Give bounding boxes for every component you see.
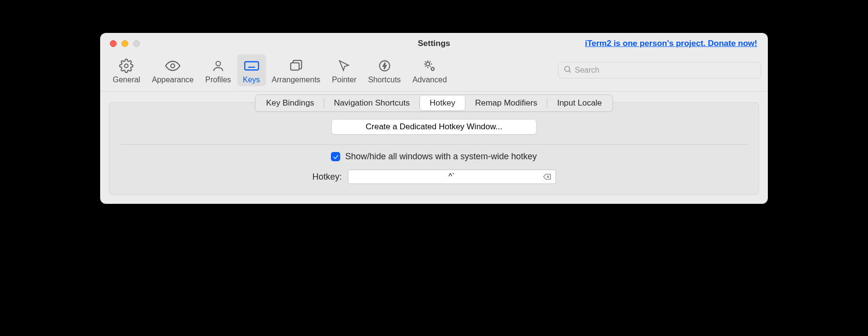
toolbar-item-appearance[interactable]: Appearance: [146, 54, 199, 86]
toolbar-label: Pointer: [332, 76, 357, 84]
search-input[interactable]: [575, 66, 756, 75]
toolbar-item-arrangements[interactable]: Arrangements: [266, 54, 327, 86]
hotkey-field[interactable]: ^`: [348, 169, 556, 184]
subtab-navigation-shortcuts[interactable]: Navigation Shortcuts: [324, 96, 419, 110]
svg-rect-3: [244, 62, 258, 70]
svg-point-0: [125, 64, 129, 68]
toolbar-label: Shortcuts: [368, 76, 401, 84]
window-title: Settings: [418, 39, 450, 48]
svg-point-11: [379, 61, 389, 71]
toolbar-label: Profiles: [205, 76, 231, 84]
svg-point-14: [565, 66, 570, 72]
hotkey-field-label: Hotkey:: [312, 172, 342, 182]
toolbar-label: Advanced: [412, 76, 447, 84]
toolbar-item-profiles[interactable]: Profiles: [199, 54, 237, 86]
clear-hotkey-icon[interactable]: [542, 172, 553, 181]
toolbar-label: Appearance: [152, 76, 194, 84]
search-icon: [563, 65, 572, 76]
svg-point-13: [431, 67, 434, 70]
search-box[interactable]: [558, 62, 761, 78]
traffic-lights: [110, 40, 140, 47]
subtab-segmented-control: Key Bindings Navigation Shortcuts Hotkey…: [255, 94, 613, 112]
person-icon: [210, 57, 227, 75]
windows-icon: [287, 57, 305, 75]
toolbar-item-pointer[interactable]: Pointer: [326, 54, 362, 86]
toolbar-item-general[interactable]: General: [107, 54, 146, 86]
svg-line-15: [569, 71, 570, 72]
svg-rect-10: [291, 63, 299, 70]
gear-icon: [118, 57, 135, 75]
svg-point-1: [171, 64, 175, 68]
svg-point-2: [216, 61, 220, 66]
toolbar-item-keys[interactable]: Keys: [237, 54, 266, 86]
toolbar-items: General Appearance Profiles Keys: [107, 54, 453, 86]
eye-icon: [164, 57, 181, 75]
zoom-window-button[interactable]: [133, 40, 140, 47]
titlebar: Settings iTerm2 is one person's project.…: [100, 33, 768, 54]
gears-icon: [421, 57, 438, 75]
settings-window: Settings iTerm2 is one person's project.…: [100, 33, 768, 204]
show-hide-hotkey-label: Show/hide all windows with a system-wide…: [345, 152, 537, 162]
donate-link[interactable]: iTerm2 is one person's project. Donate n…: [585, 39, 757, 48]
svg-point-12: [426, 62, 430, 66]
panel-divider: [120, 144, 748, 145]
toolbar-label: Arrangements: [272, 76, 321, 84]
content: Key Bindings Navigation Shortcuts Hotkey…: [100, 92, 768, 204]
subtab-remap-modifiers[interactable]: Remap Modifiers: [465, 96, 547, 110]
show-hide-hotkey-checkbox[interactable]: [331, 152, 340, 161]
subtab-key-bindings[interactable]: Key Bindings: [256, 96, 324, 110]
hotkey-value: ^`: [449, 172, 455, 181]
create-hotkey-window-button[interactable]: Create a Dedicated Hotkey Window...: [331, 119, 537, 135]
hotkey-panel: Key Bindings Navigation Shortcuts Hotkey…: [109, 102, 759, 195]
toolbar-item-shortcuts[interactable]: Shortcuts: [362, 54, 407, 86]
cursor-icon: [335, 57, 353, 75]
toolbar: General Appearance Profiles Keys: [100, 54, 768, 91]
bolt-icon: [376, 57, 393, 75]
close-window-button[interactable]: [110, 40, 117, 47]
toolbar-item-advanced[interactable]: Advanced: [406, 54, 452, 86]
subtab-hotkey[interactable]: Hotkey: [420, 96, 465, 110]
keyboard-icon: [243, 57, 260, 75]
toolbar-label: Keys: [243, 76, 260, 84]
subtab-input-locale[interactable]: Input Locale: [547, 96, 612, 110]
toolbar-label: General: [113, 76, 140, 84]
minimize-window-button[interactable]: [121, 40, 128, 47]
